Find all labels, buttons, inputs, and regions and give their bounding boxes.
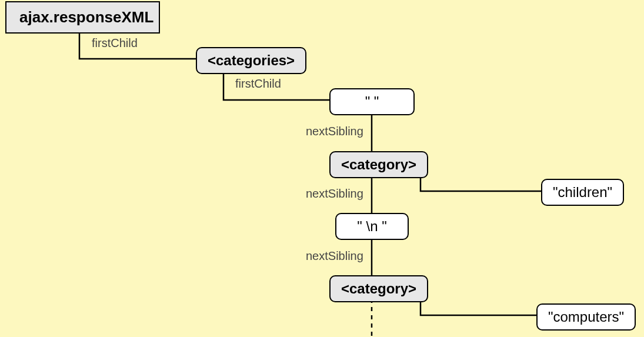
node-children: "children" — [541, 179, 624, 206]
node-category-2: <category> — [329, 275, 428, 302]
label-firstchild-1: firstChild — [92, 36, 138, 50]
node-category-1: <category> — [329, 151, 428, 178]
label-nextsibling-2: nextSibling — [306, 187, 363, 201]
label-firstchild-2: firstChild — [235, 77, 281, 91]
label-nextsibling-1: nextSibling — [306, 125, 363, 138]
label-nextsibling-3: nextSibling — [306, 249, 363, 263]
node-root: ajax.responseXML — [5, 1, 160, 34]
node-categories: <categories> — [196, 47, 306, 74]
node-computers: "computers" — [536, 303, 636, 331]
node-whitespace-1: " " — [329, 88, 415, 115]
connectors — [0, 0, 644, 337]
node-newline: " \n " — [335, 213, 409, 240]
